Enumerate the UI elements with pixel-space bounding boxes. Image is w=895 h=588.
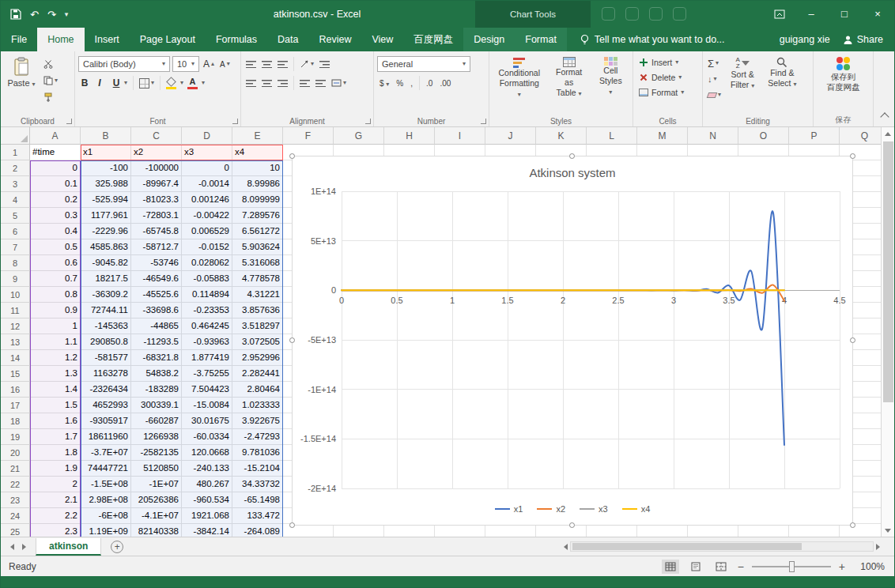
customize-qat-icon[interactable]: ▾ <box>65 11 69 18</box>
cell[interactable]: 82140338 <box>131 524 182 537</box>
cell[interactable]: 1.8 <box>30 445 81 461</box>
cell[interactable]: 1266938 <box>131 429 182 445</box>
cell[interactable]: 1.6 <box>30 413 81 429</box>
cell[interactable]: -264.089 <box>232 524 283 537</box>
wrap-text-button[interactable] <box>318 57 331 71</box>
cell[interactable]: 10 <box>232 160 283 176</box>
merge-center-button[interactable]: ▾ <box>330 76 348 90</box>
increase-indent-button[interactable] <box>314 76 327 90</box>
scroll-down-icon[interactable] <box>882 524 895 537</box>
cell[interactable]: 0 <box>182 160 232 176</box>
cell[interactable]: 1.7 <box>30 429 81 445</box>
autosum-button[interactable]: Σ▾ <box>706 56 723 70</box>
format-as-table-button[interactable]: Format as Table ▾ <box>546 55 591 114</box>
column-header-K[interactable]: K <box>536 127 587 145</box>
font-color-button[interactable]: A <box>186 77 199 89</box>
font-name-combo[interactable]: Calibri (Body)▾ <box>78 56 170 72</box>
fill-button[interactable]: ↓▾ <box>706 72 723 86</box>
cell[interactable]: 133.472 <box>232 508 283 524</box>
horizontal-scroll-thumb[interactable] <box>572 543 802 550</box>
column-header-J[interactable]: J <box>485 127 536 145</box>
column-header-N[interactable]: N <box>688 127 738 145</box>
cell[interactable]: x3 <box>182 145 232 160</box>
cell[interactable]: 5.316068 <box>232 255 283 271</box>
next-sheet-icon[interactable] <box>22 544 26 550</box>
row-header-16[interactable]: 16 <box>1 382 30 398</box>
cell[interactable]: 3.922675 <box>232 413 283 429</box>
selection-handle[interactable] <box>850 522 855 528</box>
tab-data[interactable]: Data <box>267 28 308 51</box>
cell[interactable]: 1.4 <box>30 382 81 398</box>
cell[interactable]: 30.01675 <box>182 413 232 429</box>
underline-button[interactable]: U▾ <box>108 76 129 90</box>
column-header-O[interactable]: O <box>738 127 789 145</box>
cell[interactable]: 0.114894 <box>182 287 232 303</box>
cell[interactable]: -4.1E+07 <box>131 508 182 524</box>
cell[interactable]: 0.006529 <box>182 224 232 239</box>
zoom-slider[interactable] <box>752 566 831 567</box>
cell[interactable]: -72803.1 <box>131 208 182 224</box>
column-header-L[interactable]: L <box>587 127 637 145</box>
cell[interactable]: -65745.8 <box>131 224 182 239</box>
cell[interactable]: -15.2104 <box>232 461 283 477</box>
cell[interactable]: 18217.5 <box>81 271 131 287</box>
cell[interactable]: -100 <box>81 160 131 176</box>
cell[interactable]: 9.781036 <box>232 445 283 461</box>
column-header-B[interactable]: B <box>81 127 131 145</box>
find-select-button[interactable]: Find & Select ▾ <box>762 55 802 102</box>
selection-handle[interactable] <box>289 337 295 343</box>
tab-insert[interactable]: Insert <box>85 28 130 51</box>
cell[interactable]: 0.9 <box>30 303 81 318</box>
cell[interactable]: -53746 <box>131 255 182 271</box>
row-header-4[interactable]: 4 <box>1 192 30 208</box>
cell[interactable]: -100000 <box>131 160 182 176</box>
cell[interactable]: 7.504423 <box>182 382 232 398</box>
cell[interactable]: 1177.961 <box>81 208 131 224</box>
cell[interactable]: 1.3 <box>30 366 81 382</box>
selection-handle[interactable] <box>569 153 575 159</box>
row-header-18[interactable]: 18 <box>1 413 30 429</box>
cell[interactable]: -11293.5 <box>131 334 182 350</box>
tab-format[interactable]: Format <box>515 28 567 51</box>
comma-style-button[interactable]: , <box>408 79 415 88</box>
previous-sheet-icon[interactable] <box>10 544 14 550</box>
top-align-button[interactable] <box>244 57 258 71</box>
cell[interactable]: -1E+07 <box>131 477 182 492</box>
row-header-22[interactable]: 22 <box>1 477 30 492</box>
legend-item-x4[interactable]: x4 <box>622 504 651 514</box>
cell[interactable]: 20526386 <box>131 492 182 508</box>
row-header-15[interactable]: 15 <box>1 366 30 382</box>
row-header-9[interactable]: 9 <box>1 271 30 287</box>
cell[interactable]: 0.001246 <box>182 192 232 208</box>
cell[interactable]: 4652993 <box>81 398 131 413</box>
collapse-ribbon-icon[interactable] <box>880 112 889 121</box>
shrink-font-button[interactable]: A▾ <box>218 57 232 71</box>
align-center-button[interactable] <box>260 76 274 90</box>
cell[interactable]: -68321.8 <box>131 350 182 366</box>
row-header-14[interactable]: 14 <box>1 350 30 366</box>
cell-styles-button[interactable]: Cell Styles ▾ <box>592 55 629 114</box>
cell[interactable]: 1 <box>30 318 81 334</box>
page-break-view-button[interactable] <box>712 560 730 574</box>
row-header-24[interactable]: 24 <box>1 508 30 524</box>
cell[interactable]: 1.023333 <box>232 398 283 413</box>
row-header-10[interactable]: 10 <box>1 287 30 303</box>
cell[interactable]: -960.534 <box>182 492 232 508</box>
select-all-corner[interactable] <box>1 127 30 145</box>
user-name[interactable]: guigang xie <box>780 34 830 45</box>
row-header-11[interactable]: 11 <box>1 303 30 318</box>
new-sheet-button[interactable]: + <box>111 541 123 553</box>
cell[interactable]: 54838.2 <box>131 366 182 382</box>
cell[interactable]: 4.778578 <box>232 271 283 287</box>
cell[interactable]: -145363 <box>81 318 131 334</box>
cell[interactable]: 325.988 <box>81 176 131 192</box>
cell[interactable]: 1.2 <box>30 350 81 366</box>
cell[interactable]: -0.05883 <box>182 271 232 287</box>
tab-view[interactable]: View <box>361 28 403 51</box>
undo-icon[interactable]: ↶ <box>30 9 39 20</box>
zoom-slider-thumb[interactable] <box>789 561 795 572</box>
cell[interactable]: -1.5E+08 <box>81 477 131 492</box>
baidu-save-button[interactable]: 保存到 百度网盘 <box>817 55 870 95</box>
cell[interactable]: -3.7E+07 <box>81 445 131 461</box>
save-icon[interactable] <box>10 9 21 20</box>
